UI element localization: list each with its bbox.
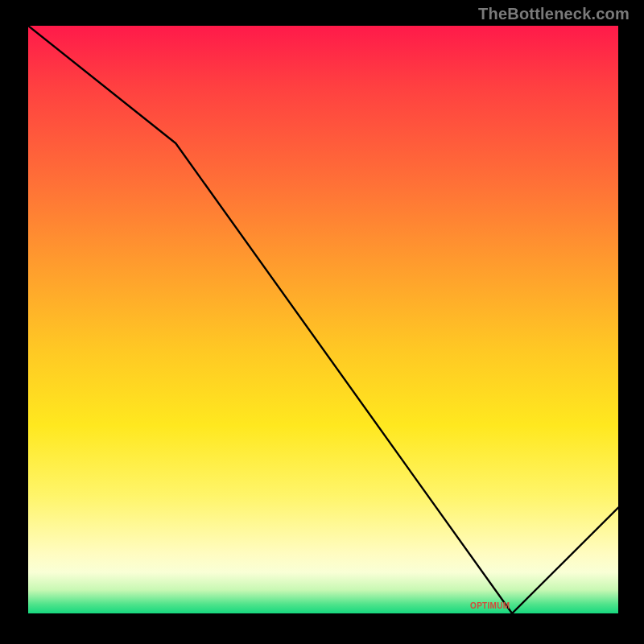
bottleneck-curve xyxy=(28,26,618,613)
chart-plot-area: OPTIMUM xyxy=(28,26,618,613)
optimum-label: OPTIMUM xyxy=(470,601,510,610)
chart-frame: TheBottleneck.com OPTIMUM xyxy=(0,0,644,644)
watermark-text: TheBottleneck.com xyxy=(478,5,630,23)
